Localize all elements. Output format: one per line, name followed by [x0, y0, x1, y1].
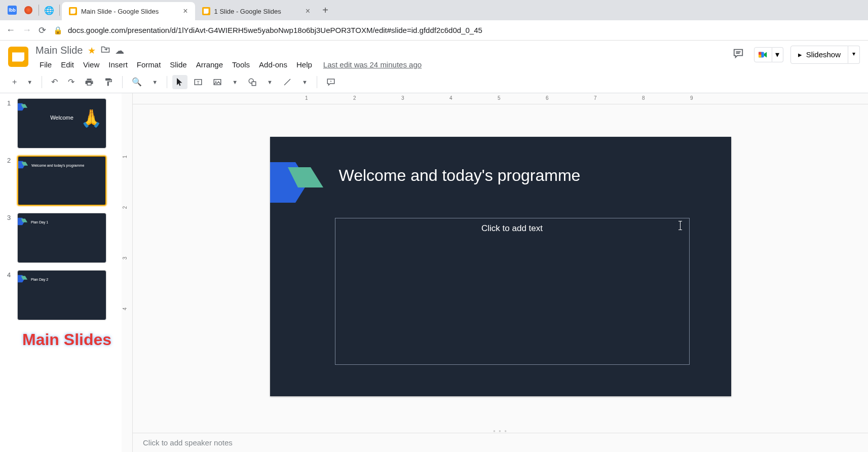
slide-thumbnail[interactable]: 🙏Welcome — [17, 98, 106, 148]
menu-format[interactable]: Format — [133, 58, 165, 71]
line-dropdown[interactable]: ▼ — [298, 76, 312, 88]
horizontal-ruler: 1 2 3 4 5 6 7 8 9 — [133, 93, 868, 104]
slides-favicon — [69, 7, 77, 15]
slide-thumbnail[interactable]: Welcome and today's programme — [17, 156, 106, 206]
slide-thumbnail[interactable]: Plan Day 1 — [17, 213, 106, 263]
thumbnail-row[interactable]: 2Welcome and today's programme — [7, 156, 115, 206]
play-icon: ▸ — [798, 50, 802, 59]
slide-title[interactable]: Welcome and today's programme — [339, 166, 581, 185]
slide-decoration-icon — [270, 162, 326, 203]
thumbnail-title: Plan Day 2 — [31, 278, 48, 281]
slides-favicon — [202, 7, 210, 15]
meet-icon[interactable] — [754, 47, 772, 62]
slide-thumbnail[interactable]: Plan Day 2 — [17, 270, 106, 320]
svg-rect-5 — [214, 79, 221, 85]
slides-logo-icon[interactable] — [8, 47, 28, 67]
shape-dropdown[interactable]: ▼ — [263, 76, 277, 88]
svg-rect-8 — [252, 82, 256, 86]
tab-title: 1 Slide - Google Slides — [214, 8, 281, 15]
vertical-ruler: 1 2 3 4 — [122, 93, 133, 452]
line-tool[interactable] — [279, 74, 296, 90]
extension-icon-ibb[interactable]: lbb — [7, 5, 17, 15]
thumbnail-title: Welcome and today's programme — [31, 164, 84, 167]
menu-bar: File Edit View Insert Format Slide Arran… — [35, 58, 730, 71]
back-icon[interactable]: ← — [6, 25, 15, 35]
svg-text:T: T — [197, 80, 200, 85]
thumbnail-row[interactable]: 1🙏Welcome — [7, 98, 115, 148]
toolbar: + ▼ ↶ ↷ 🔍 ▼ T ▼ ▼ ▼ + — [0, 71, 868, 93]
toolbar-separator — [167, 76, 167, 88]
url-text: docs.google.com/presentation/d/1lYdiAvt-… — [68, 26, 482, 34]
reload-icon[interactable]: ⟳ — [39, 25, 46, 36]
slide-canvas[interactable]: Welcome and today's programme Click to a… — [270, 137, 731, 396]
menu-tools[interactable]: Tools — [228, 58, 254, 71]
text-cursor-icon — [680, 221, 681, 230]
svg-rect-2 — [759, 55, 761, 57]
menu-help[interactable]: Help — [292, 58, 316, 71]
undo-button[interactable]: ↶ — [47, 74, 62, 90]
tab-separator — [39, 5, 39, 16]
browser-tab-strip: lbb 🌐 Main Slide - Google Slides × 1 Sli… — [0, 0, 868, 20]
main-area: 1🙏Welcome2Welcome and today's programme3… — [0, 93, 868, 452]
image-tool[interactable] — [209, 74, 226, 90]
zoom-dropdown[interactable]: ▼ — [148, 76, 162, 88]
textbox-tool[interactable]: T — [190, 74, 207, 90]
svg-rect-1 — [759, 52, 761, 54]
last-edit-link[interactable]: Last edit was 24 minutes ago — [323, 58, 422, 71]
menu-insert[interactable]: Insert — [104, 58, 132, 71]
svg-point-6 — [215, 81, 216, 82]
thumbnail-row[interactable]: 3Plan Day 1 — [7, 213, 115, 263]
extension-icon-brave[interactable] — [23, 5, 33, 15]
speaker-notes[interactable]: Click to add speaker notes — [133, 433, 868, 452]
thumbnail-row[interactable]: 4Plan Day 2 — [7, 270, 115, 320]
menu-arrange[interactable]: Arrange — [192, 58, 227, 71]
move-icon[interactable] — [101, 45, 110, 56]
thumbnail-number: 4 — [7, 270, 17, 320]
close-tab-icon[interactable]: × — [183, 7, 187, 16]
tab-separator — [59, 5, 60, 16]
zoom-button[interactable]: 🔍 — [128, 74, 146, 90]
cloud-status-icon[interactable]: ☁ — [115, 45, 124, 56]
new-slide-button[interactable]: + — [8, 74, 21, 90]
forward-icon[interactable]: → — [22, 25, 31, 35]
toolbar-separator — [122, 76, 123, 88]
paint-format-button[interactable] — [100, 74, 117, 90]
comments-icon[interactable] — [730, 45, 747, 64]
extension-icon-globe[interactable]: 🌐 — [44, 5, 54, 15]
meet-dropdown[interactable]: ▾ — [772, 47, 783, 62]
menu-slide[interactable]: Slide — [166, 58, 191, 71]
slide-body-textbox[interactable]: Click to add text — [335, 218, 690, 365]
toolbar-separator — [317, 76, 317, 88]
slideshow-dropdown[interactable]: ▾ — [848, 46, 860, 64]
menu-view[interactable]: View — [79, 58, 103, 71]
star-icon[interactable]: ★ — [88, 45, 96, 56]
tab-title: Main Slide - Google Slides — [81, 8, 159, 15]
menu-addons[interactable]: Add-ons — [255, 58, 291, 71]
image-dropdown[interactable]: ▼ — [228, 76, 242, 88]
comment-button[interactable]: + — [322, 74, 339, 90]
new-slide-dropdown[interactable]: ▼ — [23, 76, 36, 88]
annotation-label: Main Slides — [22, 330, 115, 349]
notes-drag-handle[interactable]: ● ● ● — [133, 429, 868, 433]
thumbnail-number: 1 — [7, 98, 17, 148]
slideshow-button[interactable]: ▸ Slideshow — [790, 46, 848, 64]
url-input[interactable]: 🔒 docs.google.com/presentation/d/1lYdiAv… — [53, 26, 862, 35]
new-tab-button[interactable]: + — [317, 5, 333, 16]
svg-line-9 — [284, 79, 290, 85]
select-tool[interactable] — [172, 75, 187, 89]
shape-tool[interactable] — [244, 74, 261, 90]
menu-edit[interactable]: Edit — [57, 58, 78, 71]
browser-tab[interactable]: 1 Slide - Google Slides × — [195, 2, 318, 20]
filmstrip[interactable]: 1🙏Welcome2Welcome and today's programme3… — [0, 93, 122, 452]
document-title[interactable]: Main Slide — [35, 45, 83, 56]
menu-file[interactable]: File — [35, 58, 56, 71]
lock-icon: 🔒 — [53, 26, 63, 35]
docs-header: Main Slide ★ ☁ File Edit View Insert For… — [0, 41, 868, 71]
close-tab-icon[interactable]: × — [306, 7, 310, 16]
slideshow-label: Slideshow — [806, 50, 841, 59]
redo-button[interactable]: ↷ — [64, 74, 79, 90]
toolbar-separator — [42, 76, 42, 88]
browser-tab-active[interactable]: Main Slide - Google Slides × — [62, 2, 195, 20]
thumbnail-title: Welcome — [50, 115, 73, 121]
print-button[interactable] — [81, 74, 98, 90]
